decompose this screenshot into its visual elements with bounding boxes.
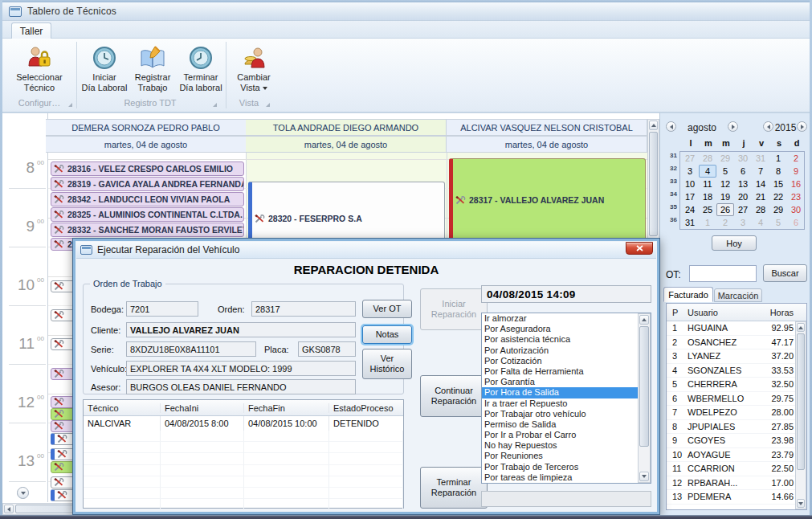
scroll-left-button[interactable] [4,505,14,513]
seleccionar-tecnico-button[interactable]: SeleccionarTécnico [13,43,66,96]
calendar-day[interactable]: 6 [734,165,752,178]
hours-table-row[interactable]: 4SGONZALES33.53 [667,364,806,378]
cambiar-vista-button[interactable]: CambiarVista [231,43,277,96]
calendar-day[interactable]: 18 [699,190,716,203]
next-month-button[interactable] [728,121,738,132]
calendar-day[interactable]: 4 [699,165,716,178]
registrar-trabajo-button[interactable]: RegistrarTrabajo [129,43,176,96]
prev-year-button[interactable] [763,121,773,132]
prev-month-button[interactable] [666,121,676,132]
appointment[interactable]: 28316 - VELEZ CRESPO CARLOS EMILIO [51,161,244,176]
reason-item[interactable]: Por Hora de Salida [482,387,638,398]
calendar-day[interactable]: 13 [734,178,752,190]
reason-item[interactable]: Por Autorización [482,345,638,356]
calendar-day[interactable]: 30 [787,203,805,216]
hours-table-row[interactable]: 3LYANEZ37.20 [667,349,806,364]
calendar-day[interactable]: 28 [699,152,716,165]
calendar-day[interactable]: 24 [681,203,699,216]
calendar-day[interactable]: 10 [681,178,699,190]
process-table-row[interactable]: NALCIVAR04/08/2015 8:0004/08/2015 10:00D… [84,416,403,431]
calendar-day[interactable]: 17 [681,190,699,203]
calendar-day[interactable]: 4 [752,216,769,229]
scroll-down-button[interactable] [639,472,649,481]
tab-taller[interactable]: Taller [11,22,51,39]
calendar-day[interactable]: 5 [716,165,734,178]
calendar-day[interactable]: 2 [716,216,734,229]
reason-item[interactable]: Por asistencia técnica [482,334,638,345]
reason-item[interactable]: Por tareas de limpieza [482,472,638,483]
appointment[interactable]: 28325 - ALUMINIOS CONTINENTAL C.LTDA. - [51,207,244,222]
appointment[interactable]: 28319 - GAVICA AYALA ANDREA FERNANDA [51,177,244,191]
buscar-button[interactable]: Buscar [763,264,807,282]
today-button[interactable]: Hoy [712,235,757,251]
ver-ot-button[interactable]: Ver OT [362,300,412,318]
appointment[interactable]: 28342 - LANDUCCI LEON VIVIAN PAOLA [51,192,244,206]
reason-item[interactable]: Ir a traer el Repuesto [482,398,638,409]
calendar-day[interactable]: 15 [769,178,787,190]
calendar-day[interactable]: 7 [752,165,769,178]
orden-field[interactable]: 28317 [251,301,356,317]
calendar-day[interactable]: 8 [769,165,787,178]
scroll-up-button[interactable] [639,315,649,325]
hours-table-row[interactable]: 12RPBARAH...17.00 [667,476,806,491]
calendar-day[interactable]: 26 [716,203,734,216]
calendar-day[interactable]: 22 [769,190,787,203]
reason-item[interactable]: No hay Repuestos [482,440,638,451]
reason-item[interactable]: Por Garantía [482,377,638,387]
calendar-day[interactable]: 5 [769,216,787,229]
hours-table-row[interactable]: 11CCARRION22.50 [667,462,806,476]
hours-table-row[interactable]: 9CGOYES23.98 [667,434,806,448]
reason-item[interactable]: Por Trabajar otro vehículo [482,409,638,419]
hours-table-row[interactable]: 10AOYAGUE23.79 [667,448,806,463]
tab-marcacion[interactable]: Marcación [714,288,762,302]
column-header-tech2[interactable]: TOLA ANDRADE DIEGO ARMANDO [246,119,447,136]
calendar-day[interactable]: 16 [787,178,805,190]
hours-table-row[interactable]: 1HGUAINA92.95 [667,321,806,336]
hours-table-row[interactable]: 13PDEMERA14.66 [667,490,806,505]
calendar-day[interactable]: 21 [752,190,769,203]
ot-search-input[interactable] [689,265,757,282]
hours-table-row[interactable]: 8JPUPIALES27.85 [667,420,806,435]
calendar-day[interactable]: 27 [734,203,752,216]
calendar-day[interactable]: 25 [699,203,716,216]
reason-item[interactable]: Por Ir a Probar el Carro [482,430,638,440]
calendar-day[interactable]: 19 [716,190,734,203]
reason-item[interactable]: Permiso de Salida [482,419,638,430]
reason-item[interactable]: Por Reuniones [482,451,638,461]
column-header-tech1[interactable]: DEMERA SORNOZA PEDRO PABLO [46,119,247,136]
hours-table-scrollbar[interactable] [795,321,806,509]
calendar-day[interactable]: 29 [769,203,787,216]
scroll-up-button[interactable] [797,323,805,332]
reason-item[interactable]: Ir almorzar [482,313,638,324]
reason-item[interactable]: Por Cotización [482,356,638,366]
calendar-day[interactable]: 1 [769,152,787,165]
next-year-button[interactable] [797,121,807,132]
terminar-dia-laboral-button[interactable]: TerminarDía laboral [177,43,224,96]
calendar-day[interactable]: 27 [681,152,699,165]
calendar-day[interactable]: 1 [699,216,716,229]
calendar-day[interactable]: 31 [681,216,699,229]
calendar-day[interactable]: 6 [787,216,805,229]
calendar-day[interactable]: 31 [752,152,769,165]
calendar-day[interactable]: 2 [787,152,805,165]
notas-button[interactable]: Notas [362,325,412,344]
scroll-thumb[interactable] [649,132,658,236]
tab-facturado[interactable]: Facturado [663,287,713,302]
column-header-tech3[interactable]: ALCIVAR VASQUEZ NELSON CRISTOBAL [447,119,647,136]
reasons-scrollbar[interactable] [638,313,651,483]
calendar-day[interactable]: 3 [681,165,699,178]
bodega-field[interactable]: 7201 [126,301,198,317]
reason-item[interactable]: Por Trabajo de Terceros [482,462,638,472]
group-launcher-icon[interactable] [213,103,217,107]
scroll-thumb[interactable] [797,333,805,470]
calendar-day[interactable]: 12 [716,178,734,190]
continuar-reparacion-button[interactable]: Continuar Reparación [420,375,488,417]
scroll-thumb[interactable] [639,326,649,447]
calendar-day[interactable]: 29 [716,152,734,165]
terminar-reparacion-button[interactable]: Terminar Reparación [420,467,488,509]
scroll-up-button[interactable] [649,121,658,130]
appointment[interactable]: 28317 - VALLEJO ALVAREZ JUAN [449,158,646,242]
calendar-day[interactable]: 14 [752,178,769,190]
iniciar-dia-laboral-button[interactable]: IniciarDía Laboral [81,43,128,96]
calendar-day[interactable]: 11 [699,178,716,190]
